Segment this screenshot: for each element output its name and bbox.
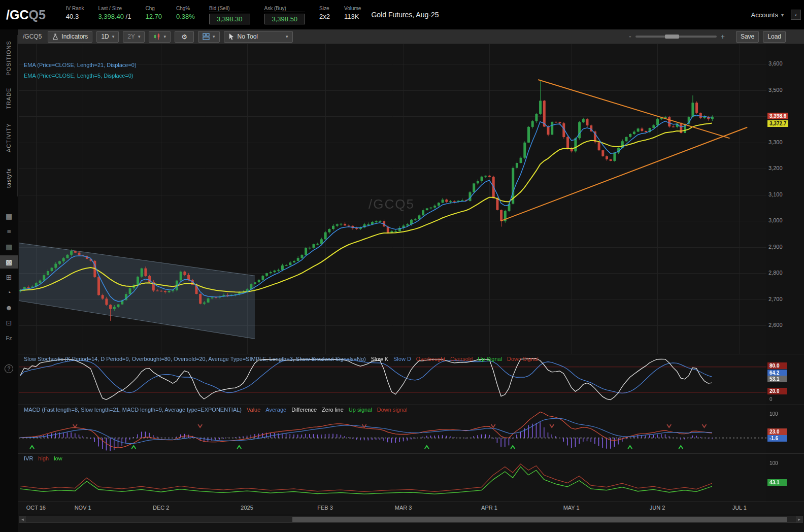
calendar-icon[interactable]: ▦ [0, 240, 18, 253]
y-axis-label: 2,700 [768, 296, 783, 302]
news-icon[interactable]: ▤ [0, 210, 18, 223]
field-chg: Chg 12.70 [145, 6, 162, 20]
legend-item: Slow D [393, 356, 411, 362]
x-axis-label: APR 1 [476, 505, 502, 511]
field-size: Size 2x2 [319, 6, 330, 20]
chg-pct-label: Chg% [176, 6, 195, 11]
cursor-icon [228, 33, 234, 40]
widgets-icon[interactable]: ⊡ [0, 316, 18, 329]
last-size-label: Last / Size [98, 6, 131, 11]
scroll-right-icon[interactable]: ▸ [796, 516, 802, 522]
chg-value: 12.70 [145, 13, 162, 20]
indicators-button[interactable]: Indicators [48, 31, 92, 43]
symbol-title: /GCQ5 [6, 8, 46, 22]
chevron-down-icon: ▾ [781, 12, 784, 18]
y-axis-label: 3,000 [768, 217, 783, 223]
ivr-canvas[interactable] [19, 454, 766, 502]
collapse-panel-icon[interactable]: ‹ [791, 10, 801, 20]
drawing-tool-dropdown[interactable]: No Tool ▾ [224, 31, 293, 43]
chevron-down-icon: ▾ [138, 34, 141, 39]
iv-rank-value: 40.3 [66, 13, 84, 20]
field-bid: Bid (Sell) 3,398.30 [209, 6, 250, 24]
watchlist-icon[interactable]: ≡ [0, 225, 18, 238]
field-ask: Ask (Buy) 3,398.50 [264, 6, 306, 24]
legend-item: Down Signal [507, 356, 539, 362]
ema-price-box: 3,372.7 [767, 120, 788, 127]
dashboard-icon[interactable]: ⊞ [0, 271, 18, 284]
zoom-in-button[interactable]: + [721, 32, 725, 41]
bid-label: Bid (Sell) [209, 6, 250, 12]
bid-button[interactable]: 3,398.30 [209, 14, 250, 24]
ema5-study-label[interactable]: EMA (Price=CLOSE, Length=5, Displace=0) [24, 73, 133, 79]
timeframe-dropdown[interactable]: 1D▾ [96, 31, 119, 43]
range-dropdown[interactable]: 2Y▾ [123, 31, 145, 43]
y-axis-label: 2,800 [768, 270, 783, 276]
sidebar-tab-tastyfx[interactable]: tastyfx [0, 160, 18, 196]
size-value: 2x2 [319, 13, 330, 20]
load-button[interactable]: Load [763, 31, 786, 43]
sidebar-tab-activity[interactable]: ACTIVITY [0, 115, 18, 160]
layout-grid-dropdown[interactable]: ▾ [198, 31, 220, 43]
legend-item: low [54, 455, 62, 461]
save-button[interactable]: Save [736, 31, 759, 43]
chevron-down-icon: ▾ [213, 34, 215, 39]
price-chart-canvas[interactable] [19, 44, 766, 354]
y-axis-label: 3,600 [768, 60, 783, 66]
stochastic-title[interactable]: Slow Stochastic (K Period=14, D Period=9… [24, 356, 539, 362]
candlestick-icon [153, 33, 160, 40]
chart-toolbar: /GCQ5 Indicators 1D▾ 2Y▾ ▾ ⚙ [18, 29, 804, 44]
x-axis-label: JUL 1 [726, 505, 753, 511]
legend-item: Average [265, 407, 286, 413]
zoom-out-button[interactable]: - [629, 32, 631, 41]
ivr-title[interactable]: IVRhighlow [24, 455, 62, 461]
legend-item: high [38, 455, 49, 461]
ivr-top-label: 100 [767, 460, 787, 467]
stoch-zero-label: 0 [767, 396, 787, 403]
ivr-value-box: 43.1 [767, 479, 787, 486]
chart-workspace: /GCQ5 Indicators 1D▾ 2Y▾ ▾ ⚙ [18, 29, 804, 532]
help-icon[interactable]: ? [0, 362, 18, 375]
community-icon[interactable]: ☻ [0, 301, 18, 314]
scroll-left-icon[interactable]: ◂ [19, 516, 26, 522]
legend-item: Up Signal [478, 356, 502, 362]
y-axis-label: 3,500 [768, 87, 783, 93]
chart-scrollbar[interactable]: ◂ ▸ [19, 516, 803, 523]
forex-icon[interactable]: Fz [0, 331, 18, 345]
stoch-overbought-box: 80.0 [767, 362, 787, 369]
chart-type-dropdown[interactable]: ▾ [149, 31, 171, 43]
toolbar-symbol: /GCQ5 [23, 33, 42, 40]
x-axis-label: 2025 [234, 505, 260, 511]
zoom-slider-thumb[interactable] [665, 35, 679, 39]
history-clock-icon[interactable]: ◔ [0, 286, 18, 299]
chevron-down-icon: ▾ [286, 34, 288, 39]
legend-item: Down signal [377, 407, 408, 413]
legend-item: Oversold [450, 356, 473, 362]
ask-button[interactable]: 3,398.50 [264, 14, 306, 24]
field-iv-rank: IV Rank 40.3 [66, 6, 84, 20]
y-axis-label: 2,600 [768, 322, 783, 328]
quote-header: /GCQ5 IV Rank 40.3 Last / Size 3,398.40 … [0, 0, 804, 29]
ema21-study-label[interactable]: EMA (Price=CLOSE, Length=21, Displace=0) [24, 62, 137, 68]
macd-title[interactable]: MACD (Fast length=8, Slow length=21, MAC… [24, 407, 408, 413]
sidebar-tab-trade[interactable]: TRADE [0, 82, 18, 115]
scrollbar-thumb[interactable] [292, 517, 787, 522]
x-axis-label: MAR 3 [390, 505, 417, 511]
time-axis: OCT 16NOV 1DEC 22025FEB 3MAR 3APR 1MAY 1… [18, 502, 804, 514]
zoom-slider[interactable] [635, 36, 717, 38]
stochastic-canvas[interactable] [19, 354, 766, 405]
chg-label: Chg [145, 6, 162, 11]
chevron-down-icon: ▾ [163, 34, 166, 39]
chart-icon[interactable]: ▩ [0, 255, 18, 269]
accounts-menu[interactable]: Accounts▾ [751, 11, 784, 19]
x-axis-label: NOV 1 [70, 505, 96, 511]
legend-item: Zero line [322, 407, 344, 413]
ask-label: Ask (Buy) [264, 6, 306, 12]
last-size-value: 3,398.40 /1 [98, 13, 131, 20]
volume-value: 113K [344, 13, 361, 20]
macd-value-box: 23.0 [767, 428, 787, 435]
legend-item: Value [247, 407, 260, 413]
stochastic-panel: Slow Stochastic (K Period=14, D Period=9… [18, 354, 804, 405]
chart-settings-button[interactable]: ⚙ [175, 31, 194, 43]
last-price-box: 3,398.6 [767, 113, 788, 119]
sidebar-tab-positions[interactable]: POSITIONS [0, 35, 18, 82]
